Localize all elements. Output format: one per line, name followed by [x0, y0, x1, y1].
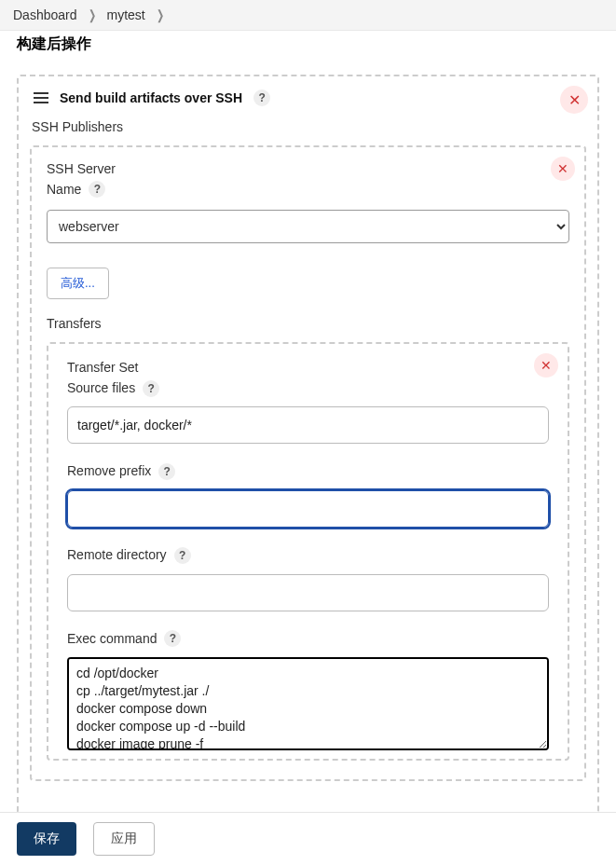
drag-handle-icon[interactable] — [34, 91, 48, 104]
chevron-right-icon: ❯ — [157, 7, 164, 22]
ssh-server-select[interactable]: webserver — [47, 210, 569, 243]
help-icon[interactable]: ? — [89, 181, 105, 198]
remove-prefix-label: Remove prefix — [67, 462, 151, 481]
help-icon[interactable]: ? — [158, 463, 175, 480]
remote-directory-label: Remote directory — [67, 546, 167, 565]
ssh-server-container: ✕ SSH Server Name ? webserver 高级... Tran… — [30, 145, 586, 781]
ssh-server-label: SSH Server — [47, 160, 116, 179]
remove-transfer-button[interactable]: ✕ — [534, 353, 558, 378]
breadcrumb-item-mytest[interactable]: mytest — [107, 7, 145, 22]
source-files-input[interactable] — [67, 406, 549, 444]
remove-server-button[interactable]: ✕ — [551, 157, 575, 181]
exec-command-textarea[interactable]: cd /opt/docker cp ../target/mytest.jar .… — [67, 657, 549, 750]
ssh-publishers-label: SSH Publishers — [32, 119, 586, 134]
post-build-actions-title: 构建后操作 — [17, 34, 599, 54]
help-icon[interactable]: ? — [174, 547, 191, 564]
remove-prefix-input[interactable] — [67, 490, 549, 528]
step-title: Send build artifacts over SSH — [60, 90, 242, 105]
help-icon[interactable]: ? — [164, 630, 181, 647]
remove-step-button[interactable]: ✕ — [560, 86, 588, 114]
transfers-label: Transfers — [47, 316, 569, 331]
help-icon[interactable]: ? — [143, 380, 159, 397]
ssh-server-name-label: Name — [47, 181, 81, 199]
advanced-button[interactable]: 高级... — [47, 268, 109, 299]
save-button[interactable]: 保存 — [17, 822, 76, 856]
chevron-right-icon: ❯ — [88, 7, 95, 22]
transfer-set-label: Transfer Set — [67, 359, 139, 378]
help-icon[interactable]: ? — [253, 89, 270, 106]
transfer-set-container: ✕ Transfer Set Source files ? Remove pre… — [47, 342, 569, 761]
build-step-container: ✕ Send build artifacts over SSH ? SSH Pu… — [17, 75, 599, 815]
breadcrumb: Dashboard ❯ mytest ❯ — [0, 0, 616, 31]
exec-command-label: Exec command — [67, 630, 157, 649]
breadcrumb-item-dashboard[interactable]: Dashboard — [13, 7, 77, 22]
remote-directory-input[interactable] — [67, 574, 549, 611]
footer-bar: 保存 应用 — [0, 812, 616, 865]
source-files-label: Source files — [67, 379, 135, 398]
apply-button[interactable]: 应用 — [93, 822, 155, 856]
